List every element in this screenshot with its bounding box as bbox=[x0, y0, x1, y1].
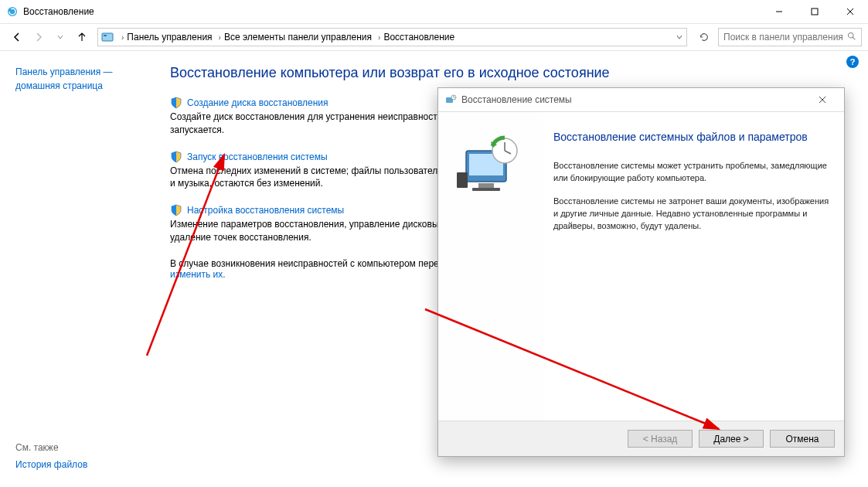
forward-button[interactable] bbox=[29, 28, 48, 46]
search-icon[interactable] bbox=[846, 30, 856, 44]
see-also-link[interactable]: История файлов bbox=[15, 459, 87, 470]
shield-icon bbox=[170, 97, 182, 109]
dialog-titlebar[interactable]: Восстановление системы bbox=[438, 88, 844, 111]
search-input[interactable] bbox=[723, 32, 846, 43]
recovery-app-icon bbox=[6, 5, 19, 18]
breadcrumb-item[interactable]: Все элементы панели управления bbox=[224, 32, 372, 43]
see-also-title: См. также bbox=[15, 442, 87, 453]
breadcrumb-sep: › bbox=[378, 33, 380, 42]
sidebar-home-link[interactable]: Панель управления — домашняя страница bbox=[15, 65, 155, 93]
option-link[interactable]: Настройка восстановления системы bbox=[187, 205, 344, 216]
navbar: › Панель управления › Все элементы панел… bbox=[0, 23, 868, 51]
chevron-down-icon[interactable] bbox=[676, 33, 683, 41]
control-panel-icon bbox=[101, 31, 114, 43]
address-bar[interactable]: › Панель управления › Все элементы панел… bbox=[97, 28, 687, 46]
dialog-paragraph: Восстановление системы может устранить п… bbox=[553, 160, 830, 185]
back-button[interactable] bbox=[8, 28, 26, 46]
dialog-title: Восстановление системы bbox=[461, 94, 572, 105]
svg-line-8 bbox=[853, 37, 855, 39]
cancel-button[interactable]: Отмена bbox=[770, 430, 835, 448]
system-restore-icon bbox=[444, 94, 457, 106]
maximize-button[interactable] bbox=[797, 0, 832, 23]
option-link[interactable]: Создание диска восстановления bbox=[187, 97, 328, 108]
next-button[interactable]: Далее > bbox=[699, 430, 764, 448]
minimize-button[interactable] bbox=[761, 0, 797, 23]
svg-point-7 bbox=[848, 32, 853, 38]
svg-rect-15 bbox=[478, 183, 494, 188]
svg-rect-2 bbox=[812, 9, 818, 15]
dialog-heading: Восстановление системных файлов и параме… bbox=[553, 131, 830, 143]
breadcrumb-sep: › bbox=[121, 33, 124, 42]
close-button[interactable] bbox=[832, 0, 868, 23]
system-restore-dialog: Восстановление системы Восстановление си… bbox=[437, 87, 845, 457]
breadcrumb-sep: › bbox=[219, 33, 221, 42]
recent-dropdown-icon[interactable] bbox=[51, 28, 70, 46]
window-controls bbox=[761, 0, 868, 23]
breadcrumb-item[interactable]: Панель управления bbox=[127, 32, 212, 43]
dialog-illustration-panel bbox=[438, 112, 543, 421]
titlebar: Восстановление bbox=[0, 0, 868, 23]
svg-rect-16 bbox=[472, 188, 500, 191]
dialog-body: Восстановление системных файлов и параме… bbox=[438, 111, 844, 421]
troubleshoot-link[interactable]: изменить их. bbox=[170, 269, 226, 280]
shield-icon bbox=[170, 204, 182, 216]
up-button[interactable] bbox=[73, 28, 91, 46]
back-button: < Назад bbox=[628, 430, 693, 448]
shield-icon bbox=[170, 151, 182, 163]
see-also: См. также История файлов bbox=[15, 442, 87, 470]
refresh-button[interactable] bbox=[695, 28, 713, 46]
svg-rect-5 bbox=[102, 33, 113, 41]
dialog-footer: < Назад Далее > Отмена bbox=[438, 421, 844, 456]
system-restore-illustration bbox=[452, 129, 529, 206]
dialog-paragraph: Восстановление системы не затронет ваши … bbox=[553, 196, 830, 233]
search-box[interactable] bbox=[718, 28, 862, 46]
dialog-content: Восстановление системных файлов и параме… bbox=[543, 112, 844, 421]
sidebar: Панель управления — домашняя страница bbox=[0, 51, 170, 280]
svg-rect-6 bbox=[104, 35, 107, 36]
breadcrumb-item[interactable]: Восстановление bbox=[383, 32, 454, 43]
window-title: Восстановление bbox=[23, 6, 94, 17]
svg-rect-20 bbox=[457, 172, 468, 188]
dialog-close-button[interactable] bbox=[807, 90, 838, 110]
page-title: Восстановление компьютера или возврат ег… bbox=[170, 65, 868, 81]
option-link[interactable]: Запуск восстановления системы bbox=[187, 152, 328, 162]
